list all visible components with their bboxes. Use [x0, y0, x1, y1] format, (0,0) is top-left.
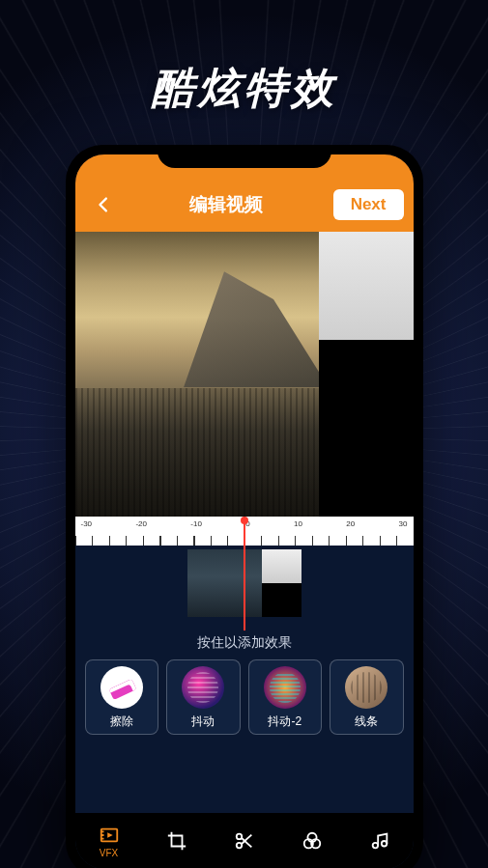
tick-label: -20	[135, 519, 147, 528]
effect-label: 抖动	[191, 714, 215, 730]
tab-crop[interactable]	[143, 830, 211, 852]
phone-mockup: 编辑视频 Next -30 -20 -10 0 10 20	[66, 145, 423, 868]
arrow-left-icon	[94, 194, 115, 215]
tab-music[interactable]	[346, 830, 414, 852]
clip-thumbnail	[187, 549, 263, 617]
video-preview[interactable]	[75, 232, 414, 517]
tick-label: 30	[399, 519, 408, 528]
lines-icon	[345, 666, 388, 709]
scissors-icon	[234, 830, 255, 852]
effect-overlay-light	[319, 232, 414, 340]
next-button[interactable]: Next	[333, 189, 404, 220]
tab-filter[interactable]	[278, 830, 346, 852]
promo-title: 酷炫特效	[0, 60, 488, 117]
back-button[interactable]	[89, 189, 120, 220]
effect-label: 线条	[355, 714, 378, 730]
clip-strip[interactable]	[75, 546, 414, 625]
effect-shake[interactable]: 抖动	[166, 659, 241, 735]
tick-label: 10	[294, 519, 302, 528]
tab-cut[interactable]	[211, 830, 278, 852]
vfx-icon	[99, 825, 120, 846]
playhead[interactable]	[244, 517, 245, 630]
clip-effect-segment	[262, 549, 301, 617]
tick-label: 20	[346, 519, 355, 528]
effect-hint: 按住以添加效果	[75, 634, 414, 652]
tool-tabs: VFX	[75, 813, 414, 868]
tab-label: VFX	[100, 848, 118, 858]
effect-lines[interactable]: 线条	[330, 659, 404, 735]
music-icon	[369, 830, 390, 852]
filter-icon	[301, 830, 323, 852]
appbar-title: 编辑视频	[120, 192, 333, 217]
tab-vfx[interactable]: VFX	[75, 825, 143, 858]
app-screen: 编辑视频 Next -30 -20 -10 0 10 20	[75, 154, 414, 868]
promo-background: 酷炫特效 编辑视频 Next	[0, 0, 488, 868]
crop-icon	[166, 830, 187, 852]
effect-rail: 擦除 抖动 抖动-2 线条	[75, 659, 414, 735]
phone-notch	[158, 145, 331, 168]
effect-shake-2[interactable]: 抖动-2	[248, 659, 323, 735]
glitch-icon	[182, 666, 224, 709]
effect-label: 擦除	[110, 714, 133, 730]
tick-label: -30	[81, 519, 93, 528]
effect-erase[interactable]: 擦除	[85, 659, 159, 735]
effect-label: 抖动-2	[268, 714, 301, 730]
glitch-icon	[264, 666, 306, 709]
eraser-icon	[100, 666, 143, 709]
svg-marker-1	[107, 832, 113, 838]
tick-label: -10	[190, 519, 202, 528]
